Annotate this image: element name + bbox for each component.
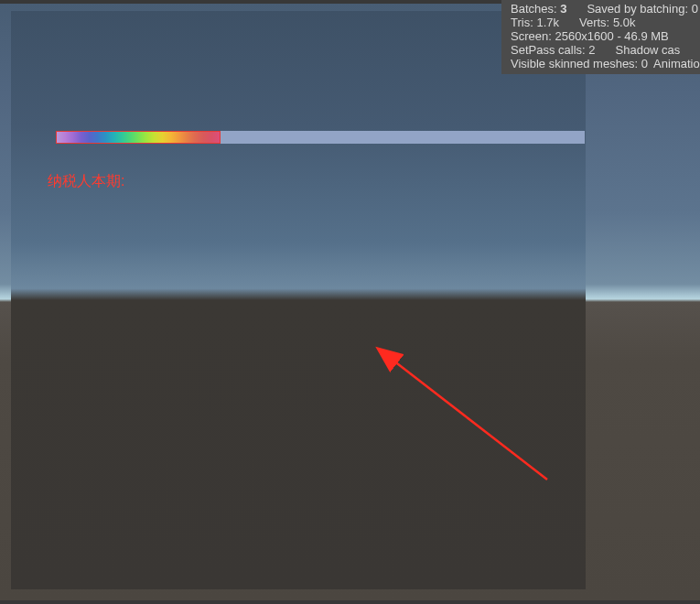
slider-fill[interactable] [56, 131, 221, 144]
stats-tris: Tris: 1.7k [511, 16, 559, 29]
stats-skinned: Visible skinned meshes: 0 [511, 57, 648, 70]
stats-setpass: SetPass calls: 2 [511, 43, 596, 57]
stats-shadow: Shadow cas [616, 43, 681, 57]
stats-batches: Batches: 3 [511, 2, 566, 16]
stats-saved-by-batching: Saved by batching: 0 [587, 2, 697, 16]
stats-verts: Verts: 5.0k [579, 16, 635, 29]
stats-animations: Animations [653, 57, 700, 70]
rendering-stats-overlay: Batches: 3 Saved by batching: 0 Tris: 1.… [501, 0, 700, 74]
stats-screen: Screen: 2560x1600 - 46.9 MB [511, 29, 669, 43]
taxpayer-label: 纳税人本期: [48, 172, 124, 191]
game-view-panel: 纳税人本期: [11, 11, 586, 589]
editor-viewport: 纳税人本期: Batches: 3 Saved by batching: 0 T… [0, 0, 700, 604]
